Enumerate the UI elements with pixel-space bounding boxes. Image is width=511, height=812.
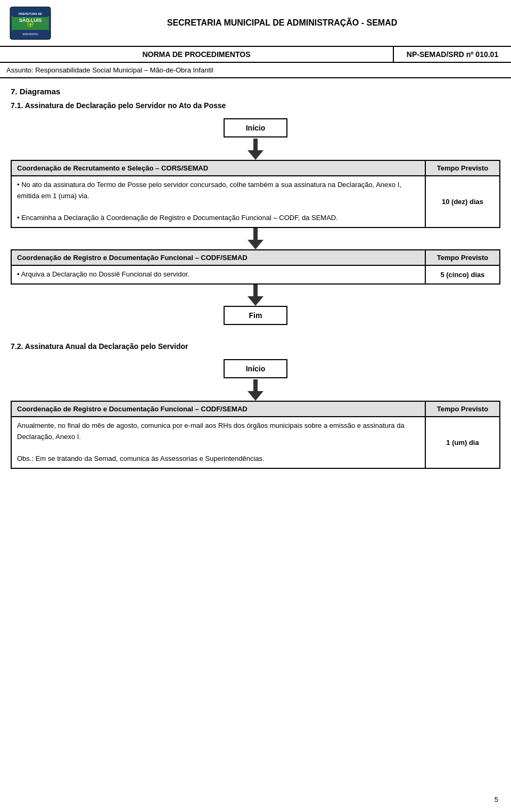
assunto-text: Assunto: Responsabilidade Social Municip…: [6, 66, 213, 74]
norma-right: NP-SEMAD/SRD nº 010.01: [394, 47, 511, 62]
svg-text:★: ★: [29, 22, 32, 26]
start-box-2: Início: [224, 359, 288, 378]
process-table-2-wrapper: Coordenação de Registro e Documentação F…: [11, 249, 500, 285]
process-table-3: Coordenação de Registro e Documentação F…: [11, 401, 500, 469]
table1-col2-content: 10 (dez) dias: [425, 176, 500, 228]
section7-title-text: 7. Diagramas: [11, 87, 60, 96]
table2-header-text: Coordenação de Registro e Documentação F…: [17, 254, 248, 262]
table2-col2-header: Tempo Previsto: [425, 250, 500, 265]
process-table-3-wrapper: Coordenação de Registro e Documentação F…: [11, 401, 500, 469]
norma-bar: NORMA DE PROCEDIMENTOS NP-SEMAD/SRD nº 0…: [0, 47, 511, 63]
svg-text:MARANHÃO: MARANHÃO: [23, 33, 38, 36]
assunto-bar: Assunto: Responsabilidade Social Municip…: [0, 63, 511, 78]
section71-title: 7.1. Assinatura de Declaração pelo Servi…: [11, 101, 500, 110]
page-number: 5: [494, 795, 498, 803]
table2-col1-content: • Arquiva a Declaração no Dossiê Funcion…: [11, 265, 425, 284]
section7-title: 7. Diagramas: [11, 87, 500, 96]
end-box-1: Fim: [224, 306, 287, 325]
flowchart1: Início Coor: [11, 118, 500, 334]
svg-rect-10: [253, 139, 258, 150]
norma-number: NP-SEMAD/SRD nº 010.01: [407, 50, 498, 59]
table2-time-value: 5 (cinco) dias: [440, 271, 484, 279]
table2-time-header: Tempo Previsto: [437, 254, 489, 262]
table3-time-value: 1 (um) dia: [446, 439, 479, 446]
arrow-down-4: [248, 379, 263, 401]
logo: PREFEITURA DE SÃO LUÍS MARANHÃO ★: [6, 4, 54, 42]
section71-block: 7.1. Assinatura de Declaração pelo Servi…: [11, 101, 500, 334]
table3-col2-content: 1 (um) dia: [425, 417, 500, 468]
arrow-down-1: [248, 139, 263, 160]
header-title-text: SECRETARIA MUNICIPAL DE ADMINISTRAÇÃO - …: [167, 18, 398, 27]
section72-title-text: 7.2. Assinatura Anual da Declaração pelo…: [11, 342, 188, 351]
header-title: SECRETARIA MUNICIPAL DE ADMINISTRAÇÃO - …: [60, 17, 505, 29]
table1-col1-content: • No ato da assinatura do Termo de Posse…: [11, 176, 425, 228]
logo-icon: PREFEITURA DE SÃO LUÍS MARANHÃO ★: [9, 6, 52, 40]
svg-rect-16: [253, 379, 258, 391]
start-label-2: Início: [246, 364, 266, 373]
table3-time-header: Tempo Previsto: [437, 405, 489, 413]
norma-left: NORMA DE PROCEDIMENTOS: [0, 47, 394, 62]
svg-text:PREFEITURA DE: PREFEITURA DE: [19, 12, 42, 15]
svg-rect-14: [253, 285, 258, 296]
process-table-1: Coordenação de Recrutamento e Seleção – …: [11, 160, 500, 228]
norma-label: NORMA DE PROCEDIMENTOS: [142, 50, 250, 59]
page: PREFEITURA DE SÃO LUÍS MARANHÃO ★ SECRET…: [0, 0, 511, 812]
section71-title-text: 7.1. Assinatura de Declaração pelo Servi…: [11, 101, 226, 110]
table2-col2-content: 5 (cinco) dias: [425, 265, 500, 284]
table2-body-text: • Arquiva a Declaração no Dossiê Funcion…: [17, 270, 189, 278]
table2-col1-header: Coordenação de Registro e Documentação F…: [11, 250, 425, 265]
start-box-1: Início: [224, 118, 288, 137]
svg-marker-15: [248, 296, 263, 306]
process-table-1-wrapper: Coordenação de Recrutamento e Seleção – …: [11, 160, 500, 228]
flowchart2: Início Coor: [11, 359, 500, 469]
page-number-text: 5: [494, 795, 498, 803]
arrow-down-3: [248, 285, 263, 306]
table1-header-text: Coordenação de Recrutamento e Seleção – …: [17, 164, 208, 172]
svg-marker-17: [248, 391, 263, 401]
section72-title: 7.2. Assinatura Anual da Declaração pelo…: [11, 342, 500, 351]
table1-col2-header: Tempo Previsto: [425, 160, 500, 176]
svg-rect-12: [253, 228, 258, 240]
start-label-1: Início: [246, 124, 266, 132]
table3-col2-header: Tempo Previsto: [425, 401, 500, 417]
table1-col1-header: Coordenação de Recrutamento e Seleção – …: [11, 160, 425, 176]
header: PREFEITURA DE SÃO LUÍS MARANHÃO ★ SECRET…: [0, 0, 511, 47]
end-label-1: Fim: [249, 311, 262, 320]
process-table-2: Coordenação de Registro e Documentação F…: [11, 249, 500, 285]
table3-col1-header: Coordenação de Registro e Documentação F…: [11, 401, 425, 417]
content: 7. Diagramas 7.1. Assinatura de Declaraç…: [0, 78, 511, 477]
svg-marker-13: [248, 240, 263, 249]
table1-time-value: 10 (dez) dias: [442, 198, 483, 206]
table3-col1-content: Anualmente, no final do mês de agosto, c…: [11, 417, 425, 468]
svg-marker-11: [248, 150, 263, 160]
table1-time-header: Tempo Previsto: [437, 164, 489, 172]
table3-header-text: Coordenação de Registro e Documentação F…: [17, 405, 248, 413]
section72-block: 7.2. Assinatura Anual da Declaração pelo…: [11, 342, 500, 469]
arrow-down-2: [248, 228, 263, 249]
